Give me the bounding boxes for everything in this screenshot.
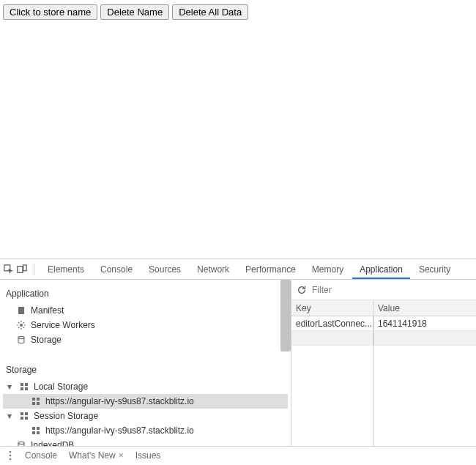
header-key[interactable]: Key bbox=[291, 300, 373, 316]
storage-grid-header: Key Value bbox=[291, 300, 476, 316]
svg-point-26 bbox=[10, 458, 12, 460]
section-application-header: Application bbox=[3, 286, 288, 303]
drawer-tab-issues[interactable]: Issues bbox=[133, 450, 164, 461]
sidebar-item-service-workers[interactable]: Service Workers bbox=[3, 318, 288, 332]
svg-rect-1 bbox=[18, 266, 23, 272]
session-storage-origin-label: https://angular-ivy-s9us87.stackblitz.io bbox=[45, 425, 194, 436]
devtools-drawer-tabbar: Console What's New × Issues bbox=[0, 446, 476, 464]
svg-rect-18 bbox=[32, 427, 35, 430]
svg-point-24 bbox=[10, 450, 12, 453]
sidebar-item-storage[interactable]: Storage bbox=[3, 332, 288, 347]
storage-filter-row bbox=[291, 280, 476, 300]
sidebar-item-session-storage[interactable]: ▾ Session Storage bbox=[3, 409, 288, 423]
kebab-menu-icon[interactable] bbox=[4, 450, 16, 461]
sidebar-item-manifest[interactable]: Manifest bbox=[3, 303, 288, 318]
session-storage-icon bbox=[19, 411, 29, 421]
store-name-button[interactable]: Click to store name bbox=[3, 4, 97, 20]
tab-memory[interactable]: Memory bbox=[305, 260, 351, 279]
tabbar-divider bbox=[34, 264, 34, 275]
sidebar-scrollbar[interactable] bbox=[280, 280, 291, 351]
svg-rect-11 bbox=[37, 398, 40, 401]
caret-down-icon: ▾ bbox=[7, 382, 15, 392]
database-icon bbox=[16, 440, 26, 446]
svg-rect-6 bbox=[21, 383, 23, 386]
sidebar-item-local-storage-origin[interactable]: https://angular-ivy-s9us87.stackblitz.io bbox=[3, 394, 288, 409]
local-storage-icon bbox=[19, 382, 29, 392]
storage-grid-body: editorLastConnec... 1641141918 bbox=[291, 316, 476, 446]
storage-row-key: editorLastConnec... bbox=[291, 316, 373, 330]
svg-rect-9 bbox=[25, 387, 28, 390]
svg-rect-14 bbox=[21, 412, 23, 415]
application-sidebar: Application Manifest Service Workers Sto… bbox=[0, 280, 291, 446]
service-workers-label: Service Workers bbox=[31, 320, 95, 330]
origin-icon bbox=[31, 425, 41, 436]
storage-row-empty[interactable] bbox=[291, 331, 476, 346]
svg-rect-10 bbox=[32, 398, 35, 401]
database-icon bbox=[16, 335, 26, 345]
tab-elements[interactable]: Elements bbox=[40, 260, 92, 279]
section-storage-header: Storage bbox=[3, 362, 288, 379]
indexeddb-label: IndexedDB bbox=[31, 440, 74, 446]
svg-rect-7 bbox=[25, 383, 28, 386]
svg-point-5 bbox=[18, 336, 24, 338]
svg-rect-17 bbox=[25, 417, 28, 420]
drawer-tab-whatsnew[interactable]: What's New × bbox=[66, 450, 127, 461]
inspect-element-icon[interactable] bbox=[3, 264, 15, 275]
svg-rect-20 bbox=[32, 431, 35, 434]
svg-rect-12 bbox=[32, 402, 35, 405]
tab-security[interactable]: Security bbox=[412, 260, 458, 279]
tab-network[interactable]: Network bbox=[190, 260, 237, 279]
gear-icon bbox=[16, 320, 26, 330]
column-divider[interactable] bbox=[373, 316, 374, 446]
devtools-body: Application Manifest Service Workers Sto… bbox=[0, 280, 476, 446]
storage-label: Storage bbox=[31, 335, 62, 345]
svg-rect-8 bbox=[21, 387, 23, 390]
header-value[interactable]: Value bbox=[373, 300, 476, 316]
manifest-icon bbox=[16, 305, 26, 316]
svg-point-22 bbox=[18, 442, 24, 444]
local-storage-label: Local Storage bbox=[34, 382, 88, 392]
sidebar-item-local-storage[interactable]: ▾ Local Storage bbox=[3, 379, 288, 394]
svg-rect-3 bbox=[18, 307, 24, 314]
sidebar-item-session-storage-origin[interactable]: https://angular-ivy-s9us87.stackblitz.io bbox=[3, 423, 288, 438]
tab-application[interactable]: Application bbox=[352, 260, 410, 279]
drawer-tab-console[interactable]: Console bbox=[22, 450, 60, 461]
sidebar-item-indexeddb[interactable]: IndexedDB bbox=[3, 438, 288, 446]
close-icon[interactable]: × bbox=[119, 450, 124, 461]
delete-all-data-button[interactable]: Delete All Data bbox=[172, 4, 248, 20]
storage-filter-input[interactable] bbox=[312, 285, 476, 295]
refresh-icon[interactable] bbox=[296, 284, 308, 296]
device-toolbar-icon[interactable] bbox=[16, 264, 28, 275]
local-storage-origin-label: https://angular-ivy-s9us87.stackblitz.io bbox=[45, 396, 194, 406]
tab-performance[interactable]: Performance bbox=[238, 260, 303, 279]
svg-rect-15 bbox=[25, 412, 28, 415]
devtools-panel: Elements Console Sources Network Perform… bbox=[0, 258, 476, 464]
storage-row-value: 1641141918 bbox=[373, 316, 476, 330]
whatsnew-label: What's New bbox=[69, 450, 116, 461]
page-button-row: Click to store name Delete Name Delete A… bbox=[0, 0, 476, 24]
session-storage-label: Session Storage bbox=[34, 411, 98, 421]
storage-row[interactable]: editorLastConnec... 1641141918 bbox=[291, 316, 476, 331]
tab-sources[interactable]: Sources bbox=[141, 260, 188, 279]
tab-console[interactable]: Console bbox=[93, 260, 140, 279]
svg-rect-13 bbox=[37, 402, 40, 405]
svg-rect-21 bbox=[37, 431, 40, 434]
origin-icon bbox=[31, 396, 41, 406]
storage-detail-panel: Key Value editorLastConnec... 1641141918 bbox=[291, 280, 476, 446]
svg-point-25 bbox=[10, 454, 12, 456]
svg-rect-16 bbox=[21, 417, 23, 420]
svg-rect-19 bbox=[37, 427, 40, 430]
manifest-label: Manifest bbox=[31, 305, 64, 316]
caret-down-icon: ▾ bbox=[7, 411, 15, 421]
devtools-tabbar: Elements Console Sources Network Perform… bbox=[0, 259, 476, 280]
svg-rect-2 bbox=[23, 264, 26, 270]
svg-point-4 bbox=[20, 324, 23, 327]
delete-name-button[interactable]: Delete Name bbox=[100, 4, 169, 20]
page-empty-area bbox=[0, 24, 476, 258]
